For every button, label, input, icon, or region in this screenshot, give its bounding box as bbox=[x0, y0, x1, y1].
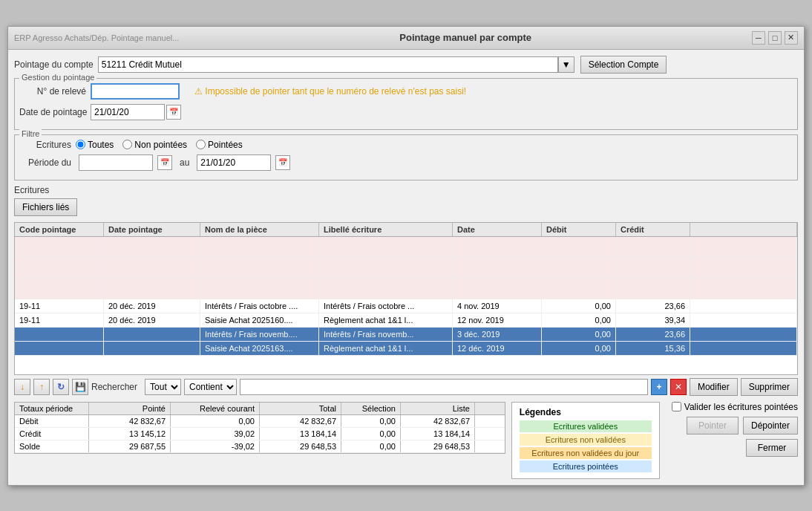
filtre-section-label: Filtre bbox=[19, 129, 42, 138]
td-date-p bbox=[104, 328, 200, 341]
close-button[interactable]: ✕ bbox=[785, 31, 798, 45]
clear-filter-button[interactable]: ✕ bbox=[670, 379, 687, 395]
ecritures-table: Code pointage Date pointage Nom de la pi… bbox=[14, 222, 798, 375]
legend-item-pointees: Ecritures pointées bbox=[520, 460, 652, 472]
td-debit bbox=[542, 279, 616, 299]
td-date bbox=[453, 279, 542, 299]
td-nom bbox=[200, 279, 319, 299]
td-liste-solde: 29 648,53 bbox=[401, 440, 475, 452]
radio-toutes-label: Toutes bbox=[88, 140, 114, 150]
table-row[interactable]: Intérêts / Frais novemb.... Intérêts / F… bbox=[15, 328, 797, 342]
date-calendar-button[interactable]: 📅 bbox=[166, 105, 181, 120]
minimize-button[interactable]: ─ bbox=[752, 31, 765, 45]
td-pointe-solde: 29 687,55 bbox=[89, 440, 171, 452]
periode-label: Période du bbox=[19, 157, 71, 168]
ecritures-label: Ecritures bbox=[19, 140, 71, 150]
selection-compte-button[interactable]: Sélection Compte bbox=[580, 56, 667, 74]
td-label-debit: Débit bbox=[15, 415, 89, 427]
td-releve-solde: -39,02 bbox=[171, 440, 260, 452]
totals-table: Totaux période Pointé Relevé courant Tot… bbox=[14, 402, 505, 454]
totals-area: Totaux période Pointé Relevé courant Tot… bbox=[14, 402, 505, 454]
radio-group: Toutes Non pointées Pointées bbox=[76, 140, 243, 150]
td-nom: Saisie Achat 2025163.... bbox=[200, 342, 319, 355]
td-label-solde: Solde bbox=[15, 440, 89, 452]
table-row[interactable] bbox=[15, 279, 797, 299]
compte-input[interactable] bbox=[98, 56, 558, 73]
radio-pointees-label: Pointées bbox=[208, 140, 243, 150]
valider-checkbox-label: Valider les écritures pointées bbox=[684, 402, 798, 412]
ecritures-section-label: Ecritures bbox=[14, 185, 49, 195]
contient-select[interactable]: Contient bbox=[184, 379, 237, 395]
compte-row: Pointage du compte ▼ Sélection Compte bbox=[14, 56, 798, 74]
th-nom-piece: Nom de la pièce bbox=[200, 223, 319, 236]
td-code bbox=[15, 328, 104, 341]
periode-from-calendar-button[interactable]: 📅 bbox=[157, 155, 172, 170]
th-selection: Sélection bbox=[341, 403, 401, 414]
table-row[interactable] bbox=[15, 237, 797, 258]
search-input[interactable] bbox=[240, 379, 648, 395]
td-code bbox=[15, 342, 104, 355]
td-credit: 15,36 bbox=[616, 342, 690, 355]
periode-row: Période du 📅 au 📅 bbox=[19, 154, 793, 171]
td-liste-credit: 13 184,14 bbox=[401, 428, 475, 440]
compte-label: Pointage du compte bbox=[14, 59, 94, 70]
td-pointe-credit: 13 145,12 bbox=[89, 428, 171, 440]
table-body[interactable]: 19-11 20 déc. 2019 Intérêts / Frais octo… bbox=[15, 237, 797, 374]
ecritures-row: Ecritures Toutes Non pointées Pointées bbox=[19, 140, 793, 150]
td-date: 12 nov. 2019 bbox=[453, 313, 542, 327]
valider-checkbox[interactable] bbox=[672, 402, 681, 411]
fichiers-lies-button[interactable]: Fichiers liés bbox=[14, 198, 77, 216]
radio-toutes[interactable]: Toutes bbox=[76, 140, 114, 150]
refresh-button[interactable]: ↻ bbox=[53, 379, 69, 395]
fermer-button[interactable]: Fermer bbox=[746, 439, 798, 457]
save-button[interactable]: 💾 bbox=[72, 379, 88, 395]
td-date-p: 20 déc. 2019 bbox=[104, 313, 200, 327]
valider-checkbox-row: Valider les écritures pointées bbox=[672, 402, 798, 412]
supprimer-button[interactable]: Supprimer bbox=[741, 378, 798, 396]
periode-to-calendar-button[interactable]: 📅 bbox=[275, 155, 290, 170]
td-credit bbox=[616, 279, 690, 299]
table-row[interactable]: 19-11 20 déc. 2019 Intérêts / Frais octo… bbox=[15, 299, 797, 313]
modifier-button[interactable]: Modifier bbox=[690, 378, 738, 396]
periode-to-input[interactable] bbox=[197, 154, 271, 171]
td-date-p bbox=[104, 258, 200, 278]
rechercher-select[interactable]: Tout bbox=[145, 379, 181, 395]
add-filter-button[interactable]: + bbox=[651, 379, 667, 395]
releve-label: N° de relevé bbox=[19, 86, 86, 97]
releve-input[interactable] bbox=[91, 83, 180, 100]
radio-non-pointees[interactable]: Non pointées bbox=[122, 140, 187, 150]
main-window: ERP Agresso Achats/Dép. Pointage manuel.… bbox=[7, 26, 805, 486]
compte-dropdown-button[interactable]: ▼ bbox=[558, 56, 574, 73]
td-liste-debit: 42 832,67 bbox=[401, 415, 475, 427]
totals-row-solde: Solde 29 687,55 -39,02 29 648,53 0,00 29… bbox=[15, 440, 505, 453]
table-container: Code pointage Date pointage Nom de la pi… bbox=[14, 222, 798, 375]
sort-up-button[interactable]: ↑ bbox=[33, 379, 50, 395]
legend-title: Légendes bbox=[520, 407, 652, 417]
radio-non-pointees-label: Non pointées bbox=[134, 140, 187, 150]
pointer-button[interactable]: Pointer bbox=[687, 417, 739, 434]
periode-from-input[interactable] bbox=[79, 154, 153, 171]
filtre-section: Filtre Ecritures Toutes Non pointées Poi… bbox=[14, 134, 798, 180]
sort-down-button[interactable]: ↓ bbox=[14, 379, 30, 395]
td-extra bbox=[690, 313, 797, 327]
td-nom: Intérêts / Frais novemb.... bbox=[200, 328, 319, 341]
table-row[interactable] bbox=[15, 258, 797, 279]
table-row[interactable]: 19-11 20 déc. 2019 Saisie Achat 2025160.… bbox=[15, 313, 797, 328]
window-controls: ─ □ ✕ bbox=[752, 31, 798, 45]
releve-row: N° de relevé ⚠ Impossible de pointer tan… bbox=[19, 83, 793, 100]
restore-button[interactable]: □ bbox=[768, 31, 782, 45]
th-code-pointage: Code pointage bbox=[15, 223, 104, 236]
td-code bbox=[15, 237, 104, 257]
radio-pointees[interactable]: Pointées bbox=[196, 140, 243, 150]
totals-header: Totaux période Pointé Relevé courant Tot… bbox=[15, 403, 505, 415]
td-date: 3 déc. 2019 bbox=[453, 328, 542, 341]
title-bar: ERP Agresso Achats/Dép. Pointage manuel.… bbox=[8, 27, 804, 50]
date-input[interactable] bbox=[91, 104, 165, 120]
search-bar: ↓ ↑ ↻ 💾 Rechercher Tout Contient + ✕ Mod… bbox=[14, 375, 798, 399]
th-totaux: Totaux période bbox=[15, 403, 89, 414]
td-code bbox=[15, 258, 104, 278]
table-row[interactable]: Saisie Achat 2025163.... Règlement achat… bbox=[15, 342, 797, 356]
app-title: ERP Agresso Achats/Dép. Pointage manuel.… bbox=[14, 33, 179, 42]
td-lib bbox=[319, 237, 453, 257]
deposinter-button[interactable]: Dépointer bbox=[743, 417, 798, 434]
